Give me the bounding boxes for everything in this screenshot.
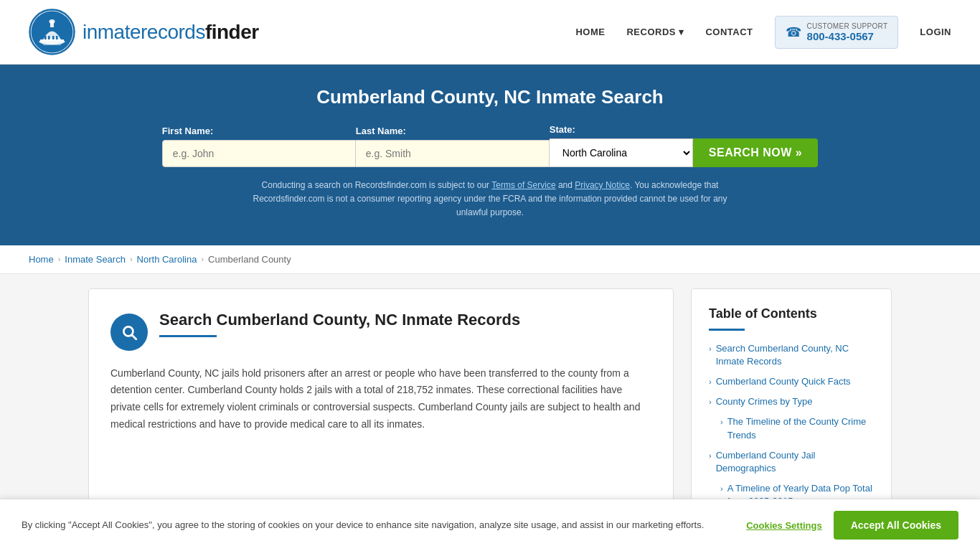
svg-rect-6 (44, 36, 47, 39)
first-name-group: First Name: (162, 126, 356, 167)
main-content: Search Cumberland County, NC Inmate Reco… (60, 288, 920, 534)
chevron-right-icon: › (709, 344, 712, 354)
chevron-right-icon: › (709, 397, 712, 408)
headset-icon: ☎ (786, 24, 801, 40)
chevron-right-icon: › (709, 377, 712, 387)
main-nav: HOME RECORDS ▾ CONTACT ☎ CUSTOMER SUPPOR… (575, 16, 951, 49)
hero-title: Cumberland County, NC Inmate Search (29, 86, 951, 108)
support-info: CUSTOMER SUPPORT 800-433-0567 (807, 22, 888, 42)
breadcrumb-sep-3: › (201, 255, 204, 263)
title-underline (159, 335, 217, 337)
state-label: State: (550, 124, 575, 135)
toc-link-1[interactable]: › Search Cumberland County, NC Inmate Re… (709, 342, 874, 368)
toc-link-3[interactable]: › County Crimes by Type (709, 395, 874, 408)
state-select[interactable]: North Carolina AlabamaAlaskaArizona Arka… (550, 138, 693, 167)
toc-divider (709, 329, 745, 331)
breadcrumb: Home › Inmate Search › North Carolina › … (0, 245, 980, 274)
logo-area: inmaterecordsfinder (29, 9, 259, 55)
state-group: State: North Carolina AlabamaAlaskaArizo… (550, 124, 693, 167)
login-button[interactable]: LOGIN (920, 27, 951, 37)
breadcrumb-inmate-search[interactable]: Inmate Search (65, 254, 126, 265)
terms-link[interactable]: Terms of Service (491, 180, 555, 190)
chevron-right-icon: › (720, 417, 723, 428)
toc-link-2[interactable]: › Cumberland County Quick Facts (709, 375, 874, 388)
svg-rect-9 (56, 36, 58, 39)
privacy-link[interactable]: Privacy Notice (575, 180, 630, 190)
svg-rect-7 (48, 36, 50, 39)
breadcrumb-sep-2: › (130, 255, 133, 263)
svg-rect-10 (42, 42, 62, 44)
article-title-block: Search Cumberland County, NC Inmate Reco… (159, 311, 520, 337)
svg-rect-11 (43, 44, 61, 45)
toc-list: › Search Cumberland County, NC Inmate Re… (709, 342, 874, 509)
cookie-settings-button[interactable]: Cookies Settings (746, 520, 821, 531)
last-name-group: Last Name: (356, 126, 550, 167)
table-of-contents: Table of Contents › Search Cumberland Co… (691, 288, 892, 534)
svg-rect-3 (40, 39, 64, 42)
article-title: Search Cumberland County, NC Inmate Reco… (159, 311, 520, 329)
toc-title: Table of Contents (709, 306, 874, 321)
toc-item-2: › Cumberland County Quick Facts (709, 375, 874, 388)
last-name-input[interactable] (356, 140, 550, 167)
cookie-text: By clicking "Accept All Cookies", you ag… (22, 518, 732, 532)
first-name-label: First Name: (162, 126, 214, 136)
toc-item-4: › The Timeline of the County Crime Trend… (709, 415, 874, 441)
hero-section: Cumberland County, NC Inmate Search Firs… (0, 65, 980, 245)
toc-item-3: › County Crimes by Type (709, 395, 874, 408)
article-section: Search Cumberland County, NC Inmate Reco… (88, 288, 674, 534)
svg-rect-8 (52, 36, 55, 39)
breadcrumb-sep-1: › (58, 255, 61, 263)
search-form: First Name: Last Name: State: North Caro… (167, 124, 813, 167)
nav-home[interactable]: HOME (575, 27, 605, 37)
chevron-right-icon: › (720, 484, 723, 494)
toc-item-1: › Search Cumberland County, NC Inmate Re… (709, 342, 874, 368)
nav-contact[interactable]: CONTACT (705, 27, 753, 37)
toc-link-4[interactable]: › The Timeline of the County Crime Trend… (720, 415, 874, 441)
breadcrumb-home[interactable]: Home (29, 254, 54, 265)
cookie-banner: By clicking "Accept All Cookies", you ag… (0, 499, 980, 547)
customer-support-box[interactable]: ☎ CUSTOMER SUPPORT 800-433-0567 (775, 16, 899, 49)
toc-link-5[interactable]: › Cumberland County Jail Demographics (709, 449, 874, 475)
logo-icon (29, 9, 75, 55)
toc-item-5: › Cumberland County Jail Demographics (709, 449, 874, 475)
last-name-label: Last Name: (356, 126, 406, 136)
search-icon (110, 314, 148, 351)
breadcrumb-state[interactable]: North Carolina (137, 254, 197, 265)
breadcrumb-current: Cumberland County (208, 254, 291, 265)
article-header: Search Cumberland County, NC Inmate Reco… (110, 311, 651, 351)
nav-records[interactable]: RECORDS ▾ (626, 27, 684, 37)
chevron-down-icon: ▾ (679, 27, 684, 37)
cookie-actions: Cookies Settings Accept All Cookies (746, 511, 958, 540)
svg-point-5 (50, 19, 55, 24)
first-name-input[interactable] (162, 140, 356, 167)
article-body: Cumberland County, NC jails hold prisone… (110, 365, 651, 433)
cookie-accept-button[interactable]: Accept All Cookies (834, 511, 958, 540)
header: inmaterecordsfinder HOME RECORDS ▾ CONTA… (0, 0, 980, 65)
logo-text: inmaterecordsfinder (83, 21, 259, 44)
hero-disclaimer: Conducting a search on Recordsfinder.com… (239, 179, 741, 220)
chevron-right-icon: › (709, 451, 712, 461)
search-button[interactable]: SEARCH NOW » (693, 138, 818, 167)
